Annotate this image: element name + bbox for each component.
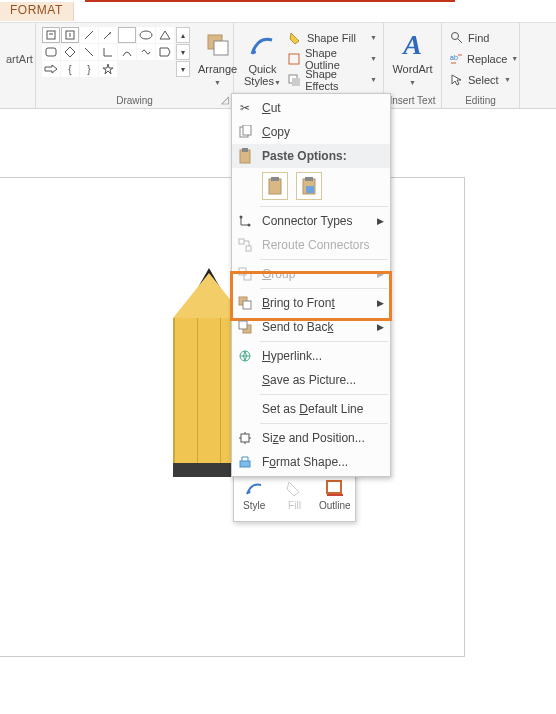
gallery-more-icon[interactable]: ▾ (176, 61, 190, 77)
ctx-paste-options: Paste Options: (232, 144, 390, 168)
scissors-icon: ✂ (236, 99, 254, 117)
submenu-arrow-icon: ▶ (377, 269, 384, 279)
svg-rect-32 (305, 177, 313, 181)
clipboard-icon (236, 147, 254, 165)
svg-rect-41 (243, 301, 251, 309)
svg-rect-30 (271, 177, 279, 181)
shape-r3[interactable] (156, 44, 174, 60)
ctx-send-to-back[interactable]: Send to Back ▶ (232, 315, 390, 339)
dialog-launcher-icon[interactable]: ◿ (219, 94, 231, 106)
shape-vtext-icon[interactable] (61, 27, 79, 43)
shape-line-icon[interactable] (80, 27, 98, 43)
svg-point-7 (140, 31, 152, 39)
svg-rect-26 (243, 125, 251, 135)
shape-effects-label: Shape Effects (305, 68, 366, 92)
svg-rect-33 (306, 186, 314, 193)
wordart-label: WordArt (392, 63, 432, 75)
shape-freeform-icon[interactable] (137, 44, 155, 60)
svg-rect-50 (240, 461, 250, 467)
ctx-connector-types[interactable]: Connector Types ▶ (232, 209, 390, 233)
submenu-arrow-icon: ▶ (377, 322, 384, 332)
ctx-bring-to-front[interactable]: Bring to Front ▶ (232, 291, 390, 315)
ctx-cut[interactable]: ✂ Cut (232, 96, 390, 120)
shape-star-icon[interactable] (99, 61, 117, 77)
svg-rect-43 (239, 321, 247, 329)
svg-marker-24 (452, 75, 461, 85)
wordart-group: A WordArt▼ Insert Text (384, 23, 442, 108)
ctx-group-label: Group (262, 267, 295, 281)
select-icon (450, 73, 464, 87)
ctx-size-position[interactable]: Size and Position... (232, 426, 390, 450)
shape-elbow-icon[interactable] (99, 44, 117, 60)
svg-marker-12 (160, 48, 170, 56)
shape-fill-icon (287, 30, 303, 46)
mini-outline-label: Outline (319, 500, 351, 511)
gallery-scroll[interactable]: ▴ ▾ ▾ (176, 27, 190, 91)
ctx-hyperlink[interactable]: Hyperlink... (232, 344, 390, 368)
shape-fill-button[interactable]: Shape Fill ▼ (287, 27, 377, 48)
chevron-down-icon: ▼ (504, 76, 511, 83)
ctx-copy[interactable]: Copy (232, 120, 390, 144)
ctx-default-line[interactable]: Set as Default Line (232, 397, 390, 421)
insert-text-group-label: Insert Text (390, 95, 436, 106)
ctx-save-as-picture[interactable]: Save as Picture... (232, 368, 390, 392)
svg-rect-28 (242, 148, 248, 152)
quick-styles-button[interactable]: Quick Styles▼ (240, 27, 285, 91)
gallery-down-icon[interactable]: ▾ (176, 44, 190, 60)
blank-icon (236, 371, 254, 389)
paste-picture-icon[interactable] (296, 172, 322, 200)
find-label: Find (468, 32, 489, 44)
select-button[interactable]: Select ▼ (448, 69, 513, 90)
ctx-paste-options-label: Paste Options: (262, 149, 347, 163)
shape-triangle-icon[interactable] (156, 27, 174, 43)
ctx-hyperlink-label: Hyperlink... (262, 349, 322, 363)
svg-marker-10 (65, 47, 75, 57)
reroute-icon (236, 236, 254, 254)
chevron-down-icon: ▼ (409, 79, 416, 86)
smartart-group-stub: artArt (0, 23, 36, 108)
ctx-reroute: Reroute Connectors (232, 233, 390, 257)
svg-rect-29 (269, 179, 281, 194)
chevron-down-icon: ▼ (511, 55, 518, 62)
svg-rect-53 (327, 494, 343, 496)
shape-line2-icon[interactable] (80, 44, 98, 60)
svg-marker-13 (45, 65, 57, 73)
arrange-icon (202, 29, 234, 61)
shape-r2[interactable] (42, 44, 60, 60)
shape-brace-r-icon[interactable]: } (80, 61, 98, 77)
select-label: Select (468, 74, 499, 86)
shape-brace-l-icon[interactable]: { (61, 61, 79, 77)
svg-rect-45 (241, 434, 249, 442)
svg-marker-14 (103, 64, 113, 74)
find-icon (450, 31, 464, 45)
shape-outline-button[interactable]: Shape Outline ▼ (287, 48, 377, 69)
replace-button[interactable]: ab Replace ▼ (448, 48, 513, 69)
wordart-button[interactable]: A WordArt▼ (388, 27, 436, 91)
svg-rect-36 (239, 239, 244, 244)
paste-keep-source-icon[interactable] (262, 172, 288, 200)
arrange-label: Arrange (198, 63, 237, 75)
tab-format[interactable]: FORMAT (0, 0, 74, 21)
shape-oval-icon[interactable] (137, 27, 155, 43)
ctx-format-shape[interactable]: Format Shape... (232, 450, 390, 474)
shape-fill-label: Shape Fill (307, 32, 356, 44)
find-button[interactable]: Find (448, 27, 513, 48)
svg-rect-37 (246, 246, 251, 251)
editing-group-label: Editing (465, 95, 496, 106)
shapes-gallery[interactable]: { } ▴ ▾ ▾ (42, 27, 190, 91)
shape-rect-icon[interactable] (118, 27, 136, 43)
shape-rarrow-icon[interactable] (42, 61, 60, 77)
size-position-icon (236, 429, 254, 447)
ctx-save-as-picture-label: Save as Picture... (262, 373, 356, 387)
submenu-arrow-icon: ▶ (377, 298, 384, 308)
shape-curve-icon[interactable] (118, 44, 136, 60)
gallery-up-icon[interactable]: ▴ (176, 27, 190, 43)
svg-rect-16 (214, 41, 228, 55)
shape-arrow-icon[interactable] (99, 27, 117, 43)
shape-textbox-icon[interactable] (42, 27, 60, 43)
shape-effects-button[interactable]: Shape Effects ▼ (287, 69, 377, 90)
wordart-icon: A (397, 29, 429, 61)
svg-line-11 (85, 48, 93, 56)
ribbon-tabs: FORMAT (0, 0, 556, 23)
shape-diamond-icon[interactable] (61, 44, 79, 60)
